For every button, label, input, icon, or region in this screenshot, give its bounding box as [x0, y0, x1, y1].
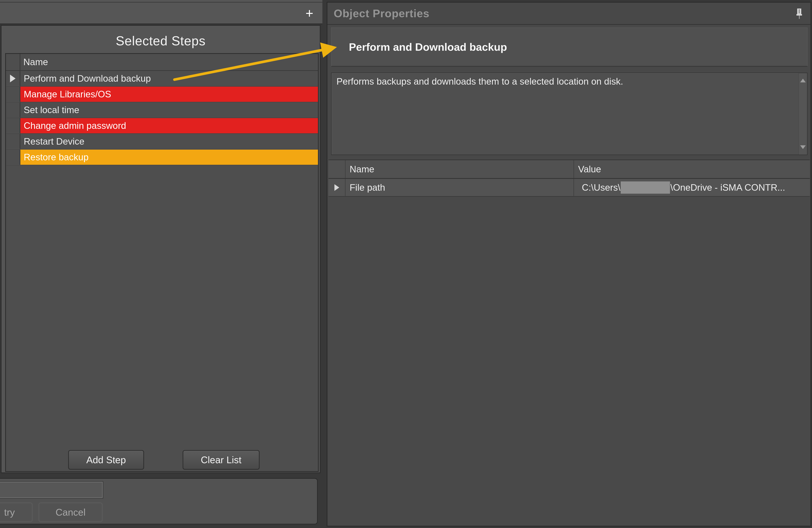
- step-name-cell: Restart Device: [20, 134, 318, 149]
- step-row-manage-libraries-os[interactable]: Manage Libraries/OS: [6, 87, 318, 102]
- row-selector-cell: [6, 87, 20, 102]
- properties-row-selector-header-cell: [329, 160, 346, 178]
- description-scrollbar[interactable]: [798, 73, 807, 155]
- bottom-action-panel: try Cancel: [0, 478, 318, 525]
- object-title: Perform and Download backup: [349, 28, 507, 66]
- step-row-restore-backup[interactable]: Restore backup: [6, 150, 318, 165]
- scroll-down-icon[interactable]: [800, 145, 806, 149]
- step-name-cell: Restore backup: [20, 150, 318, 165]
- steps-name-column-header[interactable]: Name: [20, 54, 318, 70]
- step-row-perform-and-download-backup[interactable]: Perform and Download backup: [6, 71, 318, 87]
- left-dock-tab-bar: +: [0, 0, 322, 24]
- row-selector-cell: [329, 179, 346, 196]
- selected-steps-title: Selected Steps: [1, 30, 320, 52]
- object-description-box: Performs backups and downloads them to a…: [331, 73, 808, 155]
- properties-table: Name Value File path C:\Users\ \OneDrive…: [329, 160, 810, 525]
- row-selector-cell: [6, 118, 20, 133]
- step-row-set-local-time[interactable]: Set local time: [6, 102, 318, 118]
- pin-icon[interactable]: [795, 8, 803, 20]
- redacted-username-box: [621, 181, 670, 194]
- object-properties-header: Object Properties: [334, 3, 430, 24]
- file-path-suffix: \OneDrive - iSMA CONTR...: [670, 182, 785, 193]
- scroll-up-icon[interactable]: [800, 79, 806, 83]
- file-path-prefix: C:\Users\: [582, 182, 620, 193]
- current-row-arrow-icon: [10, 75, 16, 83]
- properties-name-column-header[interactable]: Name: [346, 160, 574, 178]
- add-tab-plus-icon[interactable]: +: [302, 3, 317, 24]
- add-step-button[interactable]: Add Step: [68, 450, 144, 470]
- step-name-cell: Manage Libraries/OS: [20, 87, 318, 102]
- step-name-cell: Change admin password: [20, 118, 318, 133]
- clear-list-button[interactable]: Clear List: [183, 450, 260, 470]
- step-row-restart-device[interactable]: Restart Device: [6, 134, 318, 150]
- tab-bar-divider: [0, 2, 322, 3]
- row-selector-cell: [6, 102, 20, 118]
- properties-header-row: Name Value: [329, 160, 810, 179]
- header-divider: [328, 24, 811, 25]
- row-selector-cell: [6, 71, 20, 86]
- current-row-arrow-icon: [334, 184, 339, 191]
- clipped-retry-button[interactable]: try: [0, 502, 33, 522]
- step-name-cell: Perform and Download backup: [20, 71, 318, 86]
- row-selector-cell: [6, 134, 20, 149]
- object-properties-panel: Object Properties Perform and Download b…: [327, 2, 811, 527]
- step-row-change-admin-password[interactable]: Change admin password: [6, 118, 318, 134]
- row-selector-cell: [6, 150, 20, 165]
- property-name-cell: File path: [346, 179, 574, 196]
- selected-steps-table: Name Perform and Download backup Manage …: [5, 53, 319, 472]
- property-row-file-path[interactable]: File path C:\Users\ \OneDrive - iSMA CON…: [329, 179, 810, 197]
- cancel-button[interactable]: Cancel: [39, 502, 103, 522]
- object-description: Performs backups and downloads them to a…: [336, 75, 792, 88]
- steps-table-header-row: Name: [6, 54, 318, 71]
- property-value-cell[interactable]: C:\Users\ \OneDrive - iSMA CONTR...: [574, 179, 810, 196]
- properties-value-column-header[interactable]: Value: [574, 160, 810, 178]
- selected-steps-panel: Selected Steps Name Perform and Download…: [1, 25, 321, 473]
- step-name-cell: Set local time: [20, 102, 318, 118]
- bottom-text-input[interactable]: [0, 482, 103, 498]
- steps-row-selector-header-cell: [6, 54, 20, 70]
- object-title-box: Perform and Download backup: [331, 27, 808, 67]
